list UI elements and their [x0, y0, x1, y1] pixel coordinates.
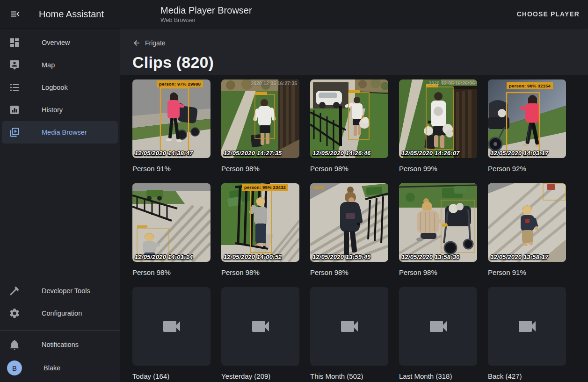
- folder-thumbnail: [488, 287, 566, 366]
- folder-card-back[interactable]: Back (427): [488, 287, 566, 382]
- clip-label: Person 92%: [488, 164, 566, 174]
- section-title: Clips (820): [132, 53, 588, 72]
- sidebar-spacer: [0, 144, 120, 280]
- clip-card[interactable]: 12/05/2020 14:26:46 Person 98%: [310, 79, 388, 183]
- main-content: Frigate Clips (820): [120, 28, 588, 382]
- clip-scene: [310, 79, 388, 158]
- clip-scene: [488, 183, 566, 262]
- clip-card[interactable]: 12/05/2020 13:58:30 Person 98%: [399, 183, 477, 287]
- clip-thumbnail: 12/05/2020 13:58:17: [488, 183, 566, 262]
- folder-card-yesterday[interactable]: Yesterday (209): [221, 287, 299, 382]
- clip-label: Person 91%: [132, 164, 211, 174]
- sidebar-item-profile[interactable]: B Blake: [2, 356, 118, 380]
- clip-timestamp-overlay: 12/05/2020 13:59:49: [312, 253, 371, 260]
- clip-thumbnail: 12/05/2020 13:59:49: [310, 183, 388, 262]
- clip-card[interactable]: person: 97% 29988 12/05/2020 14:38:47 Pe…: [132, 79, 211, 183]
- breadcrumb[interactable]: Frigate: [132, 28, 166, 47]
- sidebar-nav: Overview Map Logbook Hist: [0, 28, 120, 144]
- clip-label: Person 91%: [488, 267, 566, 278]
- avatar: B: [7, 360, 22, 375]
- clip-scene: [488, 79, 566, 158]
- folder-thumbnail: [132, 287, 211, 366]
- folder-thumbnail: [221, 287, 299, 366]
- clip-scene: [399, 79, 477, 158]
- menu-open-icon: [9, 8, 21, 20]
- clip-label: Person 98%: [132, 267, 211, 278]
- clip-timestamp-overlay: 12/05/2020 14:00:52: [224, 253, 282, 260]
- clip-label: Person 98%: [310, 267, 388, 278]
- clip-thumbnail: person: 97% 29988 12/05/2020 14:38:47: [132, 79, 211, 158]
- folder-label: Yesterday (209): [221, 371, 299, 382]
- clip-card[interactable]: person: 96% 32154 12/05/2020 14:03:17 Pe…: [488, 79, 566, 183]
- video-camera-icon: [427, 315, 450, 338]
- video-camera-icon: [249, 315, 272, 338]
- clip-card[interactable]: 2020-12-05 16:27:35 12/05/2020 14:27:35 …: [221, 79, 299, 183]
- page-title: Media Player Browser: [160, 5, 513, 16]
- bell-icon: [9, 339, 20, 350]
- clip-timestamp-overlay: 12/05/2020 13:58:30: [401, 253, 460, 260]
- sidebar-item-label: Configuration: [42, 310, 82, 317]
- clip-timestamp-overlay: 12/05/2020 14:38:47: [135, 150, 193, 157]
- clip-scene: [399, 183, 477, 262]
- clip-thumbnail: 12/05/2020 14:01:14: [132, 183, 211, 262]
- gear-icon: [9, 308, 20, 319]
- sidebar-item-developer-tools[interactable]: Developer Tools: [2, 280, 118, 302]
- video-camera-icon: [338, 315, 361, 338]
- clip-thumbnail: person: 95% 23432 12/05/2020 14:00:52: [221, 183, 299, 262]
- map-account-icon: [9, 59, 20, 71]
- arrow-left-icon: [132, 39, 141, 47]
- clip-label: Person 98%: [310, 164, 388, 174]
- clip-scene: [221, 79, 299, 158]
- detection-tag: person: 95% 23432: [242, 184, 288, 191]
- camera-osd-timestamp: 2020-12-05 16:27:35: [251, 80, 297, 86]
- clip-scene: [310, 183, 388, 262]
- content-body: person: 97% 29988 12/05/2020 14:38:47 Pe…: [120, 75, 588, 382]
- sidebar-item-configuration[interactable]: Configuration: [2, 302, 118, 324]
- clip-timestamp-overlay: 12/05/2020 13:58:17: [490, 253, 549, 260]
- folder-label: This Month (502): [310, 371, 388, 382]
- folder-label: Today (164): [132, 371, 211, 382]
- folder-card-today[interactable]: Today (164): [132, 287, 211, 382]
- sidebar-item-label: Media Browser: [42, 129, 87, 136]
- folder-card-this-month[interactable]: This Month (502): [310, 287, 388, 382]
- clip-label: Person 99%: [399, 164, 477, 174]
- sidebar-item-logbook[interactable]: Logbook: [2, 76, 118, 99]
- folder-label: Last Month (318): [399, 371, 477, 382]
- page-subtitle: Web Browser: [160, 17, 513, 23]
- folder-thumbnail: [310, 287, 388, 366]
- clip-card[interactable]: person: 95% 23432 12/05/2020 14:00:52 Pe…: [221, 183, 299, 287]
- clip-scene: [132, 79, 211, 158]
- hammer-icon: [9, 285, 20, 296]
- content-header: Frigate Clips (820): [120, 28, 588, 75]
- camera-osd-timestamp: 2020-12-05 16:26:06: [428, 80, 475, 86]
- choose-player-button[interactable]: CHOOSE PLAYER: [513, 7, 583, 22]
- clip-thumbnail: 2020-12-05 16:27:35 12/05/2020 14:27:35: [221, 79, 299, 158]
- media-grid: person: 97% 29988 12/05/2020 14:38:47 Pe…: [132, 79, 588, 382]
- clip-label: Person 98%: [221, 164, 299, 174]
- clip-timestamp-overlay: 12/05/2020 14:03:17: [490, 150, 549, 157]
- user-name: Blake: [44, 364, 60, 372]
- clip-label: Person 98%: [221, 267, 299, 278]
- sidebar-item-media-browser[interactable]: Media Browser: [2, 121, 118, 144]
- clip-card[interactable]: 2020-12-05 16:26:06 12/05/2020 14:26:07 …: [399, 79, 477, 183]
- clip-card[interactable]: 12/05/2020 13:58:17 Person 91%: [488, 183, 566, 287]
- clip-scene: [221, 183, 299, 262]
- detection-tag: person: 97% 29988: [157, 80, 203, 87]
- clip-thumbnail: 12/05/2020 14:26:46: [310, 79, 388, 158]
- page-title-block: Media Player Browser Web Browser: [120, 5, 513, 23]
- detection-tag: person: 96% 32154: [507, 82, 553, 89]
- clip-timestamp-overlay: 12/05/2020 14:27:35: [224, 150, 282, 157]
- sidebar-item-label: History: [42, 106, 63, 114]
- list-icon: [9, 82, 20, 93]
- sidebar-item-notifications[interactable]: Notifications: [2, 333, 118, 356]
- clip-timestamp-overlay: 12/05/2020 14:26:07: [401, 150, 460, 157]
- folder-card-last-month[interactable]: Last Month (318): [399, 287, 477, 382]
- clip-timestamp-overlay: 12/05/2020 14:01:14: [135, 253, 193, 260]
- sidebar-item-overview[interactable]: Overview: [2, 31, 118, 54]
- sidebar-toggle-button[interactable]: [8, 7, 22, 21]
- sidebar-item-label: Developer Tools: [42, 287, 90, 295]
- clip-card[interactable]: 12/05/2020 13:59:49 Person 98%: [310, 183, 388, 287]
- sidebar-item-history[interactable]: History: [2, 99, 118, 121]
- sidebar-item-map[interactable]: Map: [2, 54, 118, 76]
- clip-card[interactable]: 12/05/2020 14:01:14 Person 98%: [132, 183, 211, 287]
